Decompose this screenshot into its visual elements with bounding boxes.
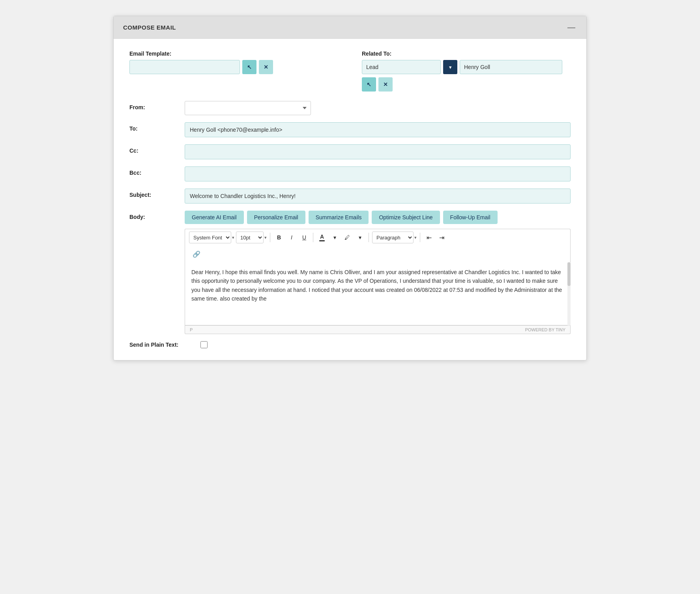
ai-buttons-group: Generate AI Email Personalize Email Summ…: [185, 211, 571, 224]
related-to-row2: ↖ ✕: [362, 77, 571, 92]
email-template-controls: ↖ ✕: [129, 60, 338, 74]
optimize-subject-line-button[interactable]: Optimize Subject Line: [372, 211, 440, 224]
related-to-col: Related To: ▾ ↖ ✕: [362, 50, 571, 92]
editor-content: Dear Henry, I hope this email finds you …: [191, 269, 562, 302]
italic-button[interactable]: I: [286, 232, 297, 243]
toolbar-divider-3: [369, 233, 369, 242]
editor-wrapper: Dear Henry, I hope this email finds you …: [185, 262, 571, 325]
font-family-chevron-icon: ▾: [232, 235, 234, 240]
body-row: Body: Generate AI Email Personalize Emai…: [129, 211, 571, 334]
related-to-dropdown-button[interactable]: ▾: [443, 60, 457, 74]
bcc-input[interactable]: [185, 166, 571, 181]
top-section: Email Template: ↖ ✕ Related To:: [129, 50, 571, 92]
body-content: Generate AI Email Personalize Email Summ…: [185, 211, 571, 334]
subject-field: [185, 189, 571, 204]
email-template-clear-button[interactable]: ✕: [259, 60, 273, 74]
email-template-col: Email Template: ↖ ✕: [129, 50, 338, 92]
cursor-icon: ↖: [367, 81, 371, 88]
powered-by-label: POWERED BY TINY: [525, 327, 565, 332]
font-size-select[interactable]: 10pt: [236, 232, 264, 243]
toolbar-divider-4: [420, 233, 420, 242]
bcc-row: Bcc:: [129, 166, 571, 181]
to-label: To:: [129, 122, 185, 132]
close-icon: ✕: [264, 64, 268, 70]
scrollbar[interactable]: [567, 262, 571, 325]
from-label: From:: [129, 101, 185, 110]
related-to-type-input[interactable]: [362, 60, 441, 74]
paragraph-chevron-icon: ▾: [414, 235, 417, 240]
from-select[interactable]: [185, 101, 311, 115]
paragraph-select[interactable]: Paragraph: [372, 232, 414, 243]
font-family-select[interactable]: System Font: [189, 232, 231, 243]
font-color-dropdown[interactable]: ▾: [329, 232, 340, 243]
compose-email-modal: COMPOSE EMAIL — Email Template: ↖ ✕: [113, 16, 587, 361]
font-color-button[interactable]: A: [316, 232, 328, 243]
related-to-select-button[interactable]: ↖: [362, 77, 376, 92]
cc-row: Cc:: [129, 144, 571, 159]
body-label: Body:: [129, 211, 185, 220]
chevron-down-icon: ▾: [449, 64, 452, 70]
related-to-name-input[interactable]: [460, 60, 562, 74]
generate-ai-email-button[interactable]: Generate AI Email: [185, 211, 244, 224]
related-to-label: Related To:: [362, 50, 571, 57]
email-template-input[interactable]: [129, 60, 240, 74]
cc-label: Cc:: [129, 144, 185, 154]
subject-row: Subject:: [129, 189, 571, 204]
summarize-emails-button[interactable]: Summarize Emails: [309, 211, 369, 224]
cc-field: [185, 144, 571, 159]
link-button[interactable]: 🔗: [190, 248, 203, 260]
cc-input[interactable]: [185, 144, 571, 159]
email-template-label: Email Template:: [129, 50, 338, 57]
link-icon: 🔗: [193, 250, 200, 258]
outdent-icon: ⇤: [427, 234, 432, 241]
bold-button[interactable]: B: [273, 232, 284, 243]
font-size-chevron-icon: ▾: [264, 235, 267, 240]
send-plain-text-row: Send in Plain Text:: [129, 341, 571, 348]
close-icon: ✕: [383, 81, 388, 88]
personalize-email-button[interactable]: Personalize Email: [247, 211, 305, 224]
modal-header: COMPOSE EMAIL —: [114, 16, 586, 39]
related-to-clear-button[interactable]: ✕: [378, 77, 393, 92]
subject-input[interactable]: [185, 189, 571, 204]
modal-body: Email Template: ↖ ✕ Related To:: [114, 39, 586, 360]
bcc-field: [185, 166, 571, 181]
toolbar-divider-1: [270, 233, 270, 242]
cursor-icon: ↖: [247, 64, 252, 70]
send-plain-text-checkbox[interactable]: [200, 341, 208, 348]
scrollbar-thumb: [567, 262, 571, 286]
indent-button[interactable]: ⇥: [436, 232, 447, 243]
editor-body[interactable]: Dear Henry, I hope this email finds you …: [185, 262, 571, 325]
related-to-controls: ▾: [362, 60, 571, 74]
to-row: To:: [129, 122, 571, 137]
highlight-button[interactable]: 🖊: [342, 232, 353, 243]
link-toolbar: 🔗: [185, 246, 571, 262]
modal-title: COMPOSE EMAIL: [123, 24, 176, 31]
paragraph-indicator: P: [190, 327, 193, 332]
follow-up-email-button[interactable]: Follow-Up Email: [443, 211, 498, 224]
font-color-icon: A: [319, 233, 325, 241]
bcc-label: Bcc:: [129, 166, 185, 176]
subject-label: Subject:: [129, 189, 185, 198]
outdent-button[interactable]: ⇤: [423, 232, 434, 243]
highlight-dropdown[interactable]: ▾: [354, 232, 365, 243]
send-plain-text-label: Send in Plain Text:: [129, 342, 200, 348]
underline-button[interactable]: U: [299, 232, 310, 243]
highlight-icon: 🖊: [344, 234, 350, 241]
editor-footer: P POWERED BY TINY: [185, 325, 571, 334]
to-field: [185, 122, 571, 137]
minimize-button[interactable]: —: [566, 23, 577, 31]
to-input[interactable]: [185, 122, 571, 137]
from-field: [185, 101, 571, 115]
editor-toolbar: System Font ▾ 10pt ▾ B I U A: [185, 229, 571, 246]
toolbar-divider-2: [313, 233, 313, 242]
indent-icon: ⇥: [439, 234, 444, 241]
email-template-select-button[interactable]: ↖: [242, 60, 256, 74]
from-row: From:: [129, 101, 571, 115]
